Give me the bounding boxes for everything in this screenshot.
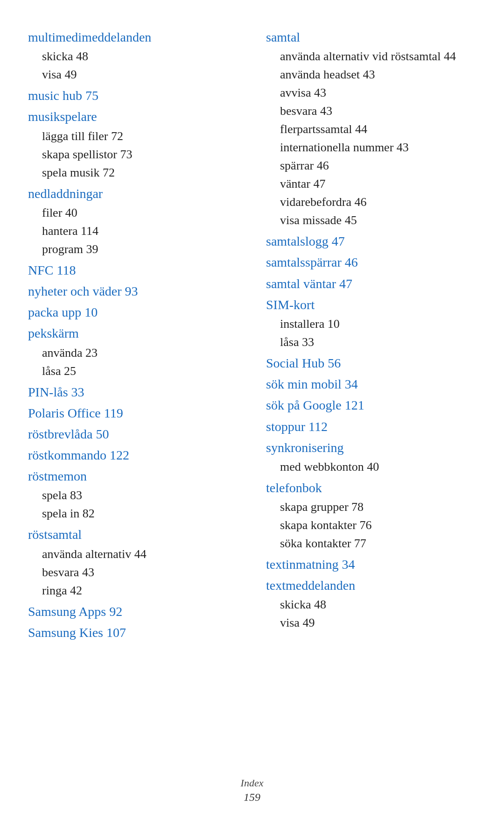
sub-entries: använda 23låsa 25 (28, 344, 238, 380)
sub-entry: visa 49 (280, 614, 476, 632)
entry-header: nyheter och väder 93 (28, 284, 138, 298)
index-entry: samtalsspärrar 46 (266, 253, 476, 271)
index-entry: stoppur 112 (266, 417, 476, 436)
sub-entry: skapa spellistor 73 (42, 145, 238, 163)
entry-header: röstmemon (28, 469, 87, 483)
sub-entry: program 39 (42, 240, 238, 258)
entry-header: music hub 75 (28, 88, 98, 103)
index-entry: samtal väntar 47 (266, 275, 476, 293)
sub-entry: ringa 42 (42, 581, 238, 600)
sub-entry: spela 83 (42, 486, 238, 504)
index-entry: SIM-kortinstallera 10låsa 33 (266, 296, 476, 351)
index-entry: Samsung Kies 107 (28, 623, 238, 642)
sub-entry: väntar 47 (280, 175, 476, 193)
entry-header: PIN-lås 33 (28, 385, 84, 399)
index-entry: röstmemonspela 83spela in 82 (28, 467, 238, 523)
entry-header: Polaris Office 119 (28, 406, 123, 420)
index-entry: multimedimeddelandenskicka 48visa 49 (28, 28, 238, 84)
entry-header: samtal väntar 47 (266, 276, 352, 291)
sub-entries: skapa grupper 78skapa kontakter 76söka k… (266, 498, 476, 552)
index-entry: samtalslogg 47 (266, 232, 476, 250)
index-entry: textmeddelandenskicka 48visa 49 (266, 576, 476, 632)
sub-entry: visa 49 (42, 65, 238, 84)
entry-header: textinmatning 34 (266, 557, 355, 572)
entry-header: stoppur 112 (266, 419, 328, 434)
entry-header: röstkommando 122 (28, 448, 129, 462)
index-entry: musikspelarelägga till filer 72skapa spe… (28, 107, 238, 181)
sub-entry: besvara 43 (42, 563, 238, 581)
index-entry: pekskärmanvända 23låsa 25 (28, 324, 238, 380)
footer-label: Index (0, 777, 504, 789)
index-entry: textinmatning 34 (266, 555, 476, 573)
sub-entries: med webbkonton 40 (266, 458, 476, 476)
sub-entry: filer 40 (42, 204, 238, 222)
entry-header: textmeddelanden (266, 578, 355, 593)
index-entry: NFC 118 (28, 261, 238, 279)
entry-header: sök på Google 121 (266, 398, 364, 412)
sub-entry: låsa 33 (280, 333, 476, 351)
entry-header: sök min mobil 34 (266, 377, 358, 391)
sub-entry: med webbkonton 40 (280, 458, 476, 476)
sub-entries: skicka 48visa 49 (28, 47, 238, 84)
index-columns: multimedimeddelandenskicka 48visa 49musi… (28, 28, 476, 644)
index-entry: Polaris Office 119 (28, 404, 238, 422)
entry-header: röstsamtal (28, 527, 82, 542)
entry-header: musikspelare (28, 109, 97, 124)
index-entry: Samsung Apps 92 (28, 602, 238, 621)
sub-entry: spela musik 72 (42, 163, 238, 182)
sub-entries: spela 83spela in 82 (28, 486, 238, 523)
index-entry: nedladdningarfiler 40hantera 114program … (28, 184, 238, 258)
sub-entry: skapa kontakter 76 (280, 516, 476, 534)
entry-header: SIM-kort (266, 297, 315, 312)
entry-header: Samsung Kies 107 (28, 625, 126, 640)
page-footer: Index 159 (0, 777, 504, 804)
entry-header: NFC 118 (28, 263, 76, 277)
sub-entry: internationella nummer 43 (280, 138, 476, 156)
index-entry: röstkommando 122 (28, 446, 238, 464)
sub-entry: använda headset 43 (280, 65, 476, 84)
entry-header: Samsung Apps 92 (28, 604, 122, 619)
left-column: multimedimeddelandenskicka 48visa 49musi… (28, 28, 238, 644)
sub-entries: använda alternativ vid röstsamtal 44anvä… (266, 47, 476, 229)
index-entry: PIN-lås 33 (28, 383, 238, 401)
sub-entry: installera 10 (280, 315, 476, 333)
footer-page: 159 (244, 791, 260, 803)
sub-entry: spärrar 46 (280, 156, 476, 175)
index-entry: telefonbokskapa grupper 78skapa kontakte… (266, 479, 476, 552)
entry-header: pekskärm (28, 326, 79, 340)
index-entry: röstbrevlåda 50 (28, 425, 238, 443)
entry-header: samtalslogg 47 (266, 234, 345, 248)
sub-entry: låsa 25 (42, 362, 238, 380)
index-entry: nyheter och väder 93 (28, 282, 238, 300)
sub-entry: flerpartssamtal 44 (280, 120, 476, 138)
sub-entry: visa missade 45 (280, 211, 476, 229)
sub-entry: besvara 43 (280, 102, 476, 120)
sub-entry: använda alternativ vid röstsamtal 44 (280, 47, 476, 65)
sub-entry: skapa grupper 78 (280, 498, 476, 516)
sub-entry: vidarebefordra 46 (280, 193, 476, 211)
sub-entries: filer 40hantera 114program 39 (28, 204, 238, 258)
index-entry: synkroniseringmed webbkonton 40 (266, 438, 476, 476)
index-entry: packa upp 10 (28, 303, 238, 321)
sub-entry: använda alternativ 44 (42, 545, 238, 563)
index-entry: sök min mobil 34 (266, 375, 476, 393)
entry-header: samtalsspärrar 46 (266, 255, 358, 269)
index-entry: Social Hub 56 (266, 354, 476, 372)
sub-entries: lägga till filer 72skapa spellistor 73sp… (28, 127, 238, 182)
index-entry: samtalanvända alternativ vid röstsamtal … (266, 28, 476, 229)
right-column: samtalanvända alternativ vid röstsamtal … (266, 28, 476, 644)
sub-entries: installera 10låsa 33 (266, 315, 476, 351)
sub-entry: söka kontakter 77 (280, 534, 476, 552)
entry-header: Social Hub 56 (266, 356, 341, 370)
entry-header: röstbrevlåda 50 (28, 427, 109, 441)
entry-header: telefonbok (266, 481, 322, 495)
sub-entry: hantera 114 (42, 222, 238, 240)
sub-entry: spela in 82 (42, 504, 238, 523)
index-entry: music hub 75 (28, 86, 238, 105)
entry-header: packa upp 10 (28, 305, 98, 319)
entry-header: nedladdningar (28, 186, 103, 201)
sub-entry: använda 23 (42, 344, 238, 362)
index-entry: sök på Google 121 (266, 396, 476, 414)
index-entry: röstsamtalanvända alternativ 44besvara 4… (28, 525, 238, 599)
entry-header: samtal (266, 30, 300, 44)
